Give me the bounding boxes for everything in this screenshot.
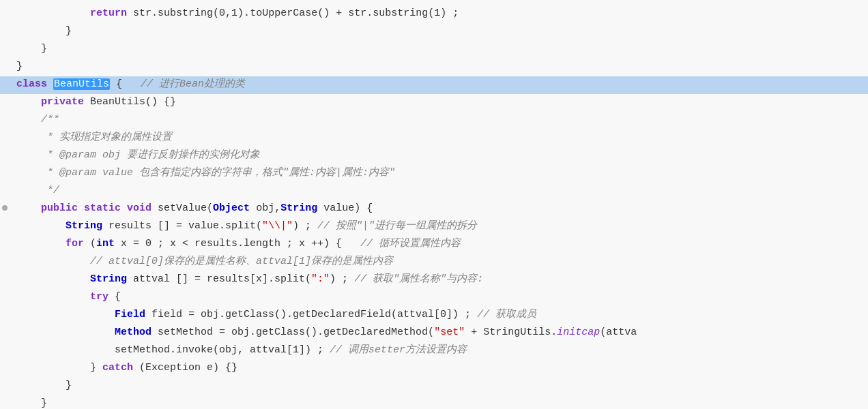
code-editor: return str.substring(0,1).toUpperCase() …: [0, 0, 868, 409]
code-token: Object: [213, 202, 250, 214]
code-token: setMethod = obj.getClass().getDeclaredMe…: [151, 327, 434, 338]
code-line: // attval[0]保存的是属性名称、attval[1]保存的是属性内容: [0, 254, 868, 271]
code-token: [16, 220, 66, 232]
code-token: /**: [41, 114, 59, 125]
line-content: String attval [] = results[x].split(":")…: [10, 271, 868, 288]
code-token: setValue(: [151, 202, 213, 214]
code-token: String: [90, 273, 127, 285]
code-line: Method setMethod = obj.getClass().getDec…: [0, 324, 868, 342]
code-line: }: [0, 395, 868, 409]
code-token: ) ;: [293, 220, 317, 232]
code-line: * @param obj 要进行反射操作的实例化对象: [0, 147, 868, 165]
code-token: // 进行Bean处理的类: [141, 78, 245, 90]
gutter-area: [0, 205, 10, 211]
code-token: public: [41, 202, 78, 214]
code-token: [16, 96, 41, 108]
code-token: // attval[0]保存的是属性名称、attval[1]保存的是属性内容: [90, 256, 393, 267]
line-content: public static void setValue(Object obj,S…: [10, 200, 868, 217]
code-token: }: [16, 362, 102, 374]
code-token: ":": [311, 273, 330, 285]
code-token: catch: [102, 362, 133, 374]
code-token: int: [96, 238, 115, 249]
code-token: String: [280, 202, 317, 214]
code-line: Field field = obj.getClass().getDeclared…: [0, 307, 868, 324]
code-token: }: [16, 397, 47, 409]
code-token: [16, 238, 66, 249]
code-line: for (int x = 0 ; x < results.length ; x …: [0, 236, 868, 254]
line-content: try {: [10, 289, 868, 305]
code-token: .: [244, 7, 250, 19]
code-token: results [] = value.split(: [102, 220, 262, 232]
code-token: @param: [59, 149, 96, 161]
code-token: BeanUtils() {}: [84, 96, 176, 108]
code-token: }: [16, 43, 47, 55]
code-token: .: [366, 7, 373, 19]
code-token: [16, 291, 90, 303]
code-line: String results [] = value.split("\\|") ;…: [0, 218, 868, 236]
code-token: // 循环设置属性内容: [360, 238, 461, 249]
code-token: return: [90, 7, 127, 19]
line-content: * @param value 包含有指定内容的字符串，格式"属性:内容|属性:内…: [10, 165, 868, 181]
code-line: * @param value 包含有指定内容的字符串，格式"属性:内容|属性:内…: [0, 165, 868, 183]
line-content: /**: [10, 112, 868, 128]
line-content: Field field = obj.getClass().getDeclared…: [10, 307, 868, 323]
code-token: [16, 132, 47, 143]
code-token: "set": [434, 327, 465, 338]
code-token: }: [16, 380, 72, 391]
code-line: }: [0, 59, 868, 76]
code-token: String: [66, 220, 102, 232]
code-token: field = obj.getClass().getDeclaredField(…: [145, 309, 477, 320]
code-token: [16, 185, 47, 196]
breakpoint-dot[interactable]: [2, 205, 8, 211]
code-line: }: [0, 378, 868, 395]
code-token: Method: [115, 327, 151, 338]
line-content: class BeanUtils { // 进行Bean处理的类: [10, 76, 868, 93]
code-line: try {: [0, 289, 868, 307]
code-token: }: [16, 25, 72, 37]
line-content: Method setMethod = obj.getClass().getDec…: [10, 324, 868, 341]
code-line: } catch (Exception e) {}: [0, 360, 868, 378]
code-token: for: [66, 238, 84, 249]
code-line: String attval [] = results[x].split(":")…: [0, 271, 868, 289]
code-line: */: [0, 183, 868, 200]
line-content: }: [10, 23, 868, 40]
code-token: substring(0,1): [158, 7, 244, 19]
code-token: [121, 202, 127, 214]
line-content: return str.substring(0,1).toUpperCase() …: [10, 5, 868, 22]
code-line: class BeanUtils { // 进行Bean处理的类: [0, 76, 868, 94]
code-line: setMethod.invoke(obj, attval[1]) ; // 调用…: [0, 342, 868, 360]
code-token: *: [47, 167, 59, 179]
code-token: toUpperCase() + str: [250, 7, 366, 19]
code-token: (Exception e) {}: [133, 362, 237, 374]
code-token: str: [127, 7, 151, 19]
code-line: }: [0, 23, 868, 41]
code-token: x = 0 ; x < results.length ; x ++) {: [115, 238, 360, 249]
line-content: * @param obj 要进行反射操作的实例化对象: [10, 147, 868, 164]
code-token: BeanUtils: [53, 78, 110, 90]
code-token: Field: [115, 309, 145, 320]
line-content: setMethod.invoke(obj, attval[1]) ; // 调用…: [10, 342, 868, 359]
code-token: // 获取成员: [477, 309, 536, 320]
code-token: + StringUtils.: [465, 327, 557, 338]
line-content: }: [10, 395, 868, 409]
code-line: /**: [0, 112, 868, 130]
code-token: ) ;: [330, 273, 354, 285]
code-token: (: [84, 238, 96, 249]
code-line: }: [0, 41, 868, 59]
code-token: [16, 309, 115, 320]
code-token: [16, 202, 41, 214]
code-token: try: [90, 291, 108, 303]
line-content: }: [10, 378, 868, 394]
code-token: [16, 327, 115, 338]
code-token: [16, 167, 47, 179]
line-content: }: [10, 41, 868, 57]
code-token: * 实现指定对象的属性设置: [47, 132, 172, 143]
code-token: substring(1) ;: [373, 7, 459, 19]
code-token: obj 要进行反射操作的实例化对象: [96, 149, 260, 161]
code-token: "\\|": [262, 220, 293, 232]
code-line: public static void setValue(Object obj,S…: [0, 200, 868, 218]
code-token: // 获取"属性名称"与内容:: [354, 273, 483, 285]
code-token: [47, 78, 53, 90]
code-token: [16, 149, 47, 161]
code-token: [78, 202, 84, 214]
